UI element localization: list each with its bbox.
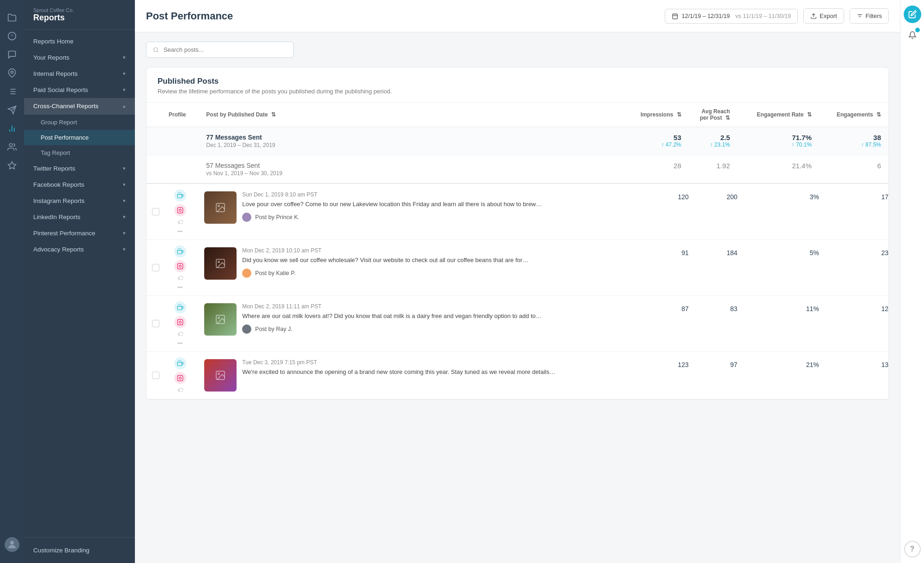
sort-icon-impressions[interactable]: ⇅ (677, 111, 681, 118)
reports-home-label: Reports Home (33, 38, 73, 45)
sidebar-item-advocacy-reports[interactable]: Advocacy Reports ▾ (24, 241, 135, 257)
sidebar-item-your-reports[interactable]: Your Reports ▾ (24, 49, 135, 66)
sidebar-subitem-tag-report[interactable]: Tag Report (24, 145, 135, 160)
platform-icon-coffee-1 (174, 245, 186, 257)
nav-icon-alert[interactable] (4, 28, 20, 44)
export-button[interactable]: Export (803, 8, 844, 24)
date-compare-label: vs 11/1/19 – 11/30/19 (736, 13, 791, 19)
paid-social-label: Paid Social Reports (33, 86, 88, 93)
post-datetime-0: Sun Dec 1, 2019 8:10 am PST (242, 191, 618, 198)
sort-icon-engagement-rate[interactable]: ⇅ (807, 111, 812, 118)
advocacy-reports-chevron: ▾ (123, 246, 126, 252)
sidebar-item-linkedin-reports[interactable]: LinkedIn Reports ▾ (24, 209, 135, 225)
post-avg-reach-3: 97 (689, 352, 738, 399)
linkedin-reports-chevron: ▾ (123, 214, 126, 220)
thumbnail-placeholder-0 (215, 202, 226, 213)
published-posts-card: Published Posts Review the lifetime perf… (146, 67, 889, 400)
advocacy-reports-label: Advocacy Reports (33, 246, 84, 253)
post-impressions-1: 91 (624, 240, 689, 296)
filters-button[interactable]: Filters (850, 8, 889, 24)
post-datetime-3: Tue Dec 3, 2019 7:15 pm PST (242, 359, 618, 366)
post-checkbox-3[interactable] (152, 372, 159, 379)
nav-icon-send[interactable] (4, 102, 20, 118)
sidebar-item-pinterest-performance[interactable]: Pinterest Performance ▾ (24, 225, 135, 241)
post-author-0: Post by Prince K. (242, 213, 618, 222)
internal-reports-label: Internal Reports (33, 70, 78, 77)
sidebar-item-facebook-reports[interactable]: Facebook Reports ▾ (24, 177, 135, 193)
post-datetime-1: Mon Dec 2, 2019 10:10 am PST (242, 247, 618, 254)
tag-icon-3[interactable]: 🏷 (177, 387, 183, 393)
export-label: Export (820, 12, 837, 19)
nav-icon-users[interactable] (4, 139, 20, 155)
help-button[interactable]: ? (904, 541, 921, 557)
instagram-reports-chevron: ▾ (123, 198, 126, 204)
nav-icon-star[interactable] (4, 157, 20, 174)
search-input[interactable] (164, 46, 287, 53)
sidebar-item-paid-social[interactable]: Paid Social Reports ▾ (24, 82, 135, 98)
tag-icon-1[interactable]: 🏷 (177, 275, 183, 282)
post-engagements-0: 17 (819, 184, 888, 240)
nav-icon-messages[interactable] (4, 46, 20, 63)
thumbnail-placeholder-3 (215, 370, 226, 381)
post-body-3: We're excited to announce the opening of… (242, 368, 618, 377)
post-thumbnail-0 (204, 191, 237, 224)
tag-icon-0[interactable]: 🏷 (177, 219, 183, 226)
svg-point-17 (10, 541, 14, 545)
post-checkbox-0[interactable] (152, 208, 159, 215)
sort-icon-post-date[interactable]: ⇅ (271, 111, 276, 118)
sidebar-subitem-group-report[interactable]: Group Report (24, 115, 135, 130)
calendar-icon (672, 13, 678, 19)
svg-point-15 (9, 144, 12, 147)
header-actions: 12/1/19 – 12/31/19 vs 11/1/19 – 11/30/19… (665, 8, 889, 24)
post-checkbox-1[interactable] (152, 264, 159, 271)
post-thumbnail-1 (204, 247, 237, 280)
post-body-2: Where are our oat milk lovers at!? Did y… (242, 312, 618, 321)
compose-button[interactable] (904, 6, 921, 23)
nav-icon-pin[interactable] (4, 65, 20, 81)
sort-icon-avg-reach[interactable]: ⇅ (725, 115, 730, 121)
nav-icon-analytics[interactable] (4, 120, 20, 137)
pinterest-performance-label: Pinterest Performance (33, 230, 95, 237)
nav-icon-folder[interactable] (4, 9, 20, 26)
platform-icon-instagram-1 (174, 260, 186, 272)
post-checkbox-2[interactable] (152, 320, 159, 327)
sidebar-item-internal-reports[interactable]: Internal Reports ▾ (24, 66, 135, 82)
summary-row-previous: 57 Messages Sent vs Nov 1, 2019 – Nov 30… (146, 155, 888, 184)
svg-rect-18 (672, 14, 677, 18)
more-menu-2[interactable]: ••• (177, 340, 183, 346)
sort-icon-engagements[interactable]: ⇅ (876, 111, 881, 118)
cross-channel-chevron: ▴ (123, 103, 126, 109)
sidebar-subitem-post-performance[interactable]: Post Performance (24, 130, 135, 145)
svg-rect-45 (177, 319, 183, 325)
tag-icon-2[interactable]: 🏷 (177, 331, 183, 337)
svg-line-27 (157, 51, 158, 52)
date-range-label: 12/1/19 – 12/31/19 (682, 13, 730, 19)
more-menu-0[interactable]: ••• (177, 228, 183, 234)
date-range-button[interactable]: 12/1/19 – 12/31/19 vs 11/1/19 – 11/30/19 (665, 9, 798, 24)
nav-icon-list[interactable] (4, 83, 20, 100)
post-impressions-3: 123 (624, 352, 689, 399)
posts-table: Profile Post by Published Date ⇅ Impress… (146, 103, 888, 399)
your-reports-label: Your Reports (33, 54, 69, 61)
platform-icon-coffee-3 (174, 357, 186, 369)
app-name: Reports (33, 13, 126, 23)
svg-rect-52 (177, 375, 183, 381)
post-thumbnail-3 (204, 359, 237, 392)
svg-point-55 (218, 373, 219, 374)
more-menu-1[interactable]: ••• (177, 284, 183, 290)
svg-point-26 (154, 48, 158, 52)
sidebar-item-instagram-reports[interactable]: Instagram Reports ▾ (24, 193, 135, 209)
sidebar: Sprout Coffee Co. Reports Reports Home Y… (24, 0, 135, 563)
search-icon (153, 47, 159, 53)
col-engagements: Engagements ⇅ (819, 103, 888, 127)
sidebar-item-customize-branding[interactable]: Customize Branding (33, 543, 126, 557)
sidebar-item-reports-home[interactable]: Reports Home (24, 33, 135, 49)
post-impressions-0: 120 (624, 184, 689, 240)
post-datetime-2: Mon Dec 2, 2019 11:11 am PST (242, 303, 618, 310)
sidebar-item-cross-channel[interactable]: Cross-Channel Reports ▴ (24, 98, 135, 115)
notifications-button[interactable] (904, 27, 921, 43)
user-avatar-small[interactable] (5, 537, 19, 552)
content-area: Published Posts Review the lifetime perf… (135, 32, 900, 563)
summary-current-avg-reach-trend: ↑ 23.1% (696, 141, 730, 148)
sidebar-item-twitter-reports[interactable]: Twitter Reports ▾ (24, 160, 135, 177)
